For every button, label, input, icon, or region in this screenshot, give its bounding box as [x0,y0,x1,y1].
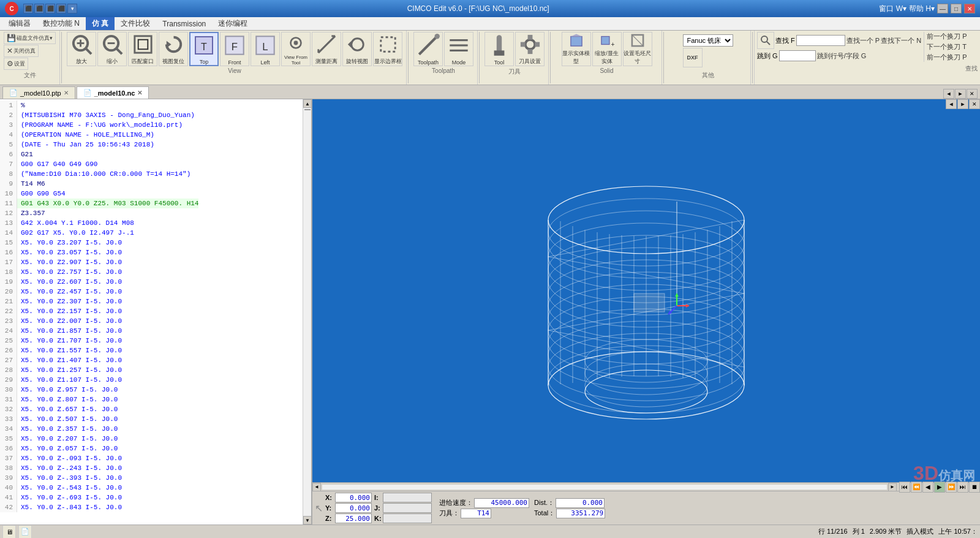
zoom-solid-btn[interactable]: + 缩放/显生实体 [592,32,622,66]
view-close-btn[interactable]: ✕ [967,89,978,99]
tool-btn[interactable]: Tool [484,32,514,66]
view-collapse-btn1[interactable]: ◄ [943,89,954,99]
menu-editor[interactable]: 编辑器 [2,17,37,30]
tab-nc[interactable]: 📄 _model10.nc ✕ [77,86,149,99]
view-reset-btn[interactable]: 视图复位 [159,32,188,66]
line-content[interactable]: X5. Y0.0 Z2.457 I-5. J0.0 [17,287,122,297]
view-float-btn[interactable]: ► [957,99,968,109]
line-content[interactable]: X5. Y0.0 Z1.257 I-5. J0.0 [17,365,122,375]
line-content[interactable]: G21 [17,150,33,159]
menu-simulate[interactable]: 仿 真 [86,17,115,30]
line-content[interactable]: (OPERATION NAME - HOLE_MILLING_M) [17,130,154,140]
menu-transmission[interactable]: Transmission [156,18,212,29]
scroll-up-arrow[interactable]: ▲ [303,99,311,108]
view-expand-btn[interactable]: ◄ [946,99,957,109]
window-menu-item[interactable]: 窗口 W▾ [879,4,907,14]
front-view-btn[interactable]: F Front [220,32,249,66]
menu-nc[interactable]: 数控功能 N [37,17,86,30]
line-content[interactable]: X5. Y0.0 Z-.543 I-5. J0.0 [17,483,122,493]
line-content[interactable]: ("Name:D10 Dia:10.000 CR:0.000 T=14 H=14… [17,169,190,179]
close-simulate-btn[interactable]: ✕ 关闭仿真 [4,45,39,57]
line-content[interactable]: X5. Y0.0 Z.357 I-5. J0.0 [17,424,118,434]
minimize-button[interactable]: — [937,4,948,13]
quick-icon-1[interactable]: ⬛ [23,4,33,13]
menu-mini[interactable]: 迷你编程 [212,17,254,30]
disk-simulate-btn[interactable]: 💾 磁盘文件仿真▾ [4,32,56,44]
j-input[interactable] [383,503,432,513]
statusbar-icon2[interactable]: 📄 [18,525,32,539]
line-content[interactable]: X5. Y0.0 Z-.243 I-5. J0.0 [17,463,122,473]
scroll-track-h[interactable] [322,485,887,490]
line-content[interactable]: X5. Y0.0 Z2.907 I-5. J0.0 [17,257,122,267]
quick-icon-2[interactable]: ⬛ [34,4,44,13]
scroll-down-arrow[interactable]: ▼ [303,516,311,525]
line-content[interactable]: X5. Y0.0 Z.957 I-5. J0.0 [17,385,118,395]
k-input[interactable] [383,513,432,523]
line-content[interactable]: X5. Y0.0 Z.057 I-5. J0.0 [17,444,118,453]
line-content[interactable]: T14 M6 [17,179,45,189]
line-content[interactable]: X5. Y0.0 Z2.607 I-5. J0.0 [17,277,122,287]
play-back-begin[interactable]: ⏮ [899,482,910,493]
window-menu-item2[interactable]: 帮助 H▾ [909,4,935,14]
fit-window-btn[interactable]: 匹配窗口 [128,32,157,66]
line-content[interactable]: X5. Y0.0 Z1.557 I-5. J0.0 [17,346,122,355]
view-close-x-btn[interactable]: ✕ [969,99,980,109]
line-content[interactable]: X5. Y0.0 Z.807 I-5. J0.0 [17,395,118,404]
line-content[interactable]: G00 G90 G54 [17,189,66,199]
zoom-in-btn[interactable]: 放大 [67,32,96,66]
quick-icon-3[interactable]: ⬛ [45,4,55,13]
line-content[interactable]: X5. Y0.0 Z-.393 I-5. J0.0 [17,473,122,483]
top-view-btn[interactable]: T Top [189,32,219,66]
line-content[interactable]: X5. Y0.0 Z1.107 I-5. J0.0 [17,375,122,385]
settings-btn[interactable]: ⚙ 设置 [4,58,28,70]
line-content[interactable]: G00 G17 G40 G49 G90 [17,159,97,169]
maximize-button[interactable]: □ [951,4,962,13]
search-icon[interactable] [757,32,774,49]
line-content[interactable]: (DATE - Thu Jan 25 10:56:43 2018) [17,140,154,150]
line-content[interactable]: % [17,100,25,110]
play-stop[interactable]: ⏹ [969,482,980,493]
total-input[interactable] [556,509,605,518]
close-button[interactable]: ✕ [964,4,975,13]
line-content[interactable]: X5. Y0.0 Z-.093 I-5. J0.0 [17,453,122,463]
show-solid-btn[interactable]: 显示实体模型 [562,32,591,66]
dxf-btn[interactable]: DXF [683,48,703,67]
scroll-right-arrow[interactable]: ► [888,483,897,491]
view-scrollbar-h[interactable]: ◄ ► ⏮ ⏪ ◀ ▶ ⏩ ⏭ ⏹ [312,483,980,491]
scroll-thumb[interactable] [304,109,311,110]
view-from-tool-btn[interactable]: View From Tool [281,32,311,66]
y-input[interactable] [335,503,372,513]
mode-btn[interactable]: Mode [444,32,473,66]
toolpath-btn[interactable]: Toolpath [413,32,443,66]
show-bbox-btn[interactable]: 显示边界框 [373,32,402,66]
rotate-view-btn[interactable]: 旋转视图 [342,32,372,66]
line-content[interactable]: (PROGRAM NAME - F:\UG work\_model10.prt) [17,120,183,130]
tab-ptp[interactable]: 📄 _model10.ptp ✕ [2,86,75,99]
tool-settings-btn[interactable]: 刀具设置 [515,32,545,66]
dist-input[interactable] [556,498,605,508]
line-content[interactable]: X5. Y0.0 Z2.157 I-5. J0.0 [17,306,122,316]
goto-input[interactable] [779,50,816,61]
fanuc-dropdown[interactable]: Fanuc 铣床 [683,34,733,47]
set-stock-btn[interactable]: 设置毛坯尺寸 [623,32,652,66]
line-content[interactable]: G02 G17 X5. Y0.0 I2.497 J-.1 [17,228,134,238]
find-input[interactable] [796,35,845,46]
line-content[interactable]: X5. Y0.0 Z3.207 I-5. J0.0 [17,238,122,248]
line-content[interactable]: X5. Y0.0 Z1.707 I-5. J0.0 [17,336,122,346]
tab-ptp-close[interactable]: ✕ [64,89,69,96]
line-content[interactable]: G01 G43 X0.0 Y0.0 Z25. M03 S1000 F45000.… [17,199,198,208]
line-content[interactable]: X5. Y0.0 Z2.757 I-5. J0.0 [17,267,122,277]
line-content[interactable]: X5. Y0.0 Z-.693 I-5. J0.0 [17,493,122,502]
code-editor[interactable]: 1%2(MITSUBISHI M70 3AXIS - Dong_Fang_Duo… [0,99,303,525]
tool-val-input[interactable] [461,509,491,518]
quick-icon-4[interactable]: ⬛ [56,4,66,13]
3d-view[interactable]: .wire { stroke: white; stroke-width: 0.6… [312,99,980,525]
z-input[interactable] [335,513,372,523]
line-content[interactable]: X5. Y0.0 Z1.857 I-5. J0.0 [17,326,122,336]
quick-icon-5[interactable]: ▾ [67,4,77,13]
line-content[interactable]: X5. Y0.0 Z.507 I-5. J0.0 [17,414,118,424]
i-input[interactable] [383,493,432,502]
line-content[interactable]: X5. Y0.0 Z3.057 I-5. J0.0 [17,248,122,257]
line-content[interactable]: X5. Y0.0 Z-.843 I-5. J0.0 [17,502,122,512]
play-forward[interactable]: ▶ [934,482,945,493]
